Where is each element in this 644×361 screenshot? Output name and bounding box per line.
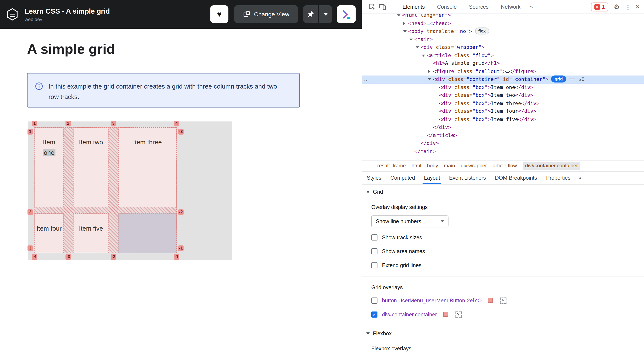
disclosure-right-icon[interactable]	[428, 67, 433, 76]
sidebar-more-tabs-button[interactable]: »	[575, 175, 584, 181]
code-token: class=	[445, 76, 466, 82]
dom-tree-row[interactable]: <div class="box">Item five</div>	[362, 115, 644, 124]
change-view-button[interactable]: Change View	[234, 5, 298, 23]
kebab-menu-icon[interactable]: ⋮	[625, 3, 631, 10]
dom-tree-row[interactable]: …<div class="container" id="container">g…	[362, 76, 644, 84]
dom-tree-row[interactable]: <figure class="callout">…</figure>	[362, 67, 644, 76]
disclosure-down-icon[interactable]	[416, 43, 420, 52]
breadcrumb-overflow-end[interactable]: …	[585, 163, 590, 169]
dom-tree-row[interactable]: <html lang="en">	[362, 14, 644, 19]
dom-tree-row[interactable]: <main>	[362, 35, 644, 43]
grid-section-header[interactable]: Grid	[362, 185, 644, 197]
code-token: "container"	[466, 76, 500, 82]
dom-tree-row[interactable]: </article>	[362, 131, 644, 139]
code-token: <figure	[433, 68, 454, 74]
dom-tree-row[interactable]: <div class="wrapper">	[362, 43, 644, 52]
disclosure-down-icon[interactable]	[422, 52, 427, 60]
settings-gear-icon[interactable]: ⚙	[614, 3, 620, 11]
disclosure-right-icon[interactable]	[404, 19, 408, 27]
dom-tree-row[interactable]: <h1>A simple grid</h1>	[362, 59, 644, 67]
sidebar-tab-properties[interactable]: Properties	[542, 172, 575, 184]
pin-icon	[307, 10, 314, 18]
grid-line-badge: 2	[28, 209, 33, 215]
dom-tree-row[interactable]: <body translate="no">flex	[362, 27, 644, 35]
dom-tree-row[interactable]: <div class="box">Item one</div>	[362, 83, 644, 91]
more-tabs-button[interactable]: »	[527, 3, 536, 10]
breadcrumb-item[interactable]: body	[427, 163, 438, 169]
error-counter-button[interactable]: × 1	[591, 2, 608, 11]
dom-tree-row[interactable]: </div>	[362, 139, 644, 148]
dom-tree-row[interactable]: <div class="box">Item four</div>	[362, 107, 644, 115]
breadcrumb-item[interactable]: html	[412, 163, 421, 169]
like-button[interactable]: ♥	[210, 5, 228, 23]
callout-text: In this example the grid container creat…	[48, 81, 289, 107]
sidebar-tab-event-listeners[interactable]: Event Listeners	[445, 172, 490, 184]
overlay-node-label[interactable]: div#container.container	[382, 311, 437, 318]
dom-tree-row[interactable]: <article class="flow">	[362, 52, 644, 60]
checkbox[interactable]	[371, 262, 378, 268]
breadcrumb-item[interactable]: main	[444, 163, 455, 169]
breadcrumb-overflow[interactable]: …	[366, 163, 372, 169]
disclosure-down-icon[interactable]	[404, 27, 408, 35]
devtools-tab-console[interactable]: Console	[431, 0, 463, 13]
pin-button[interactable]	[303, 5, 318, 23]
code-token: class=	[433, 44, 454, 50]
code-token: Item three	[491, 100, 521, 106]
code-token: id=	[500, 76, 512, 82]
checkbox[interactable]	[371, 297, 378, 304]
breadcrumb-item[interactable]: result-iframe	[377, 163, 406, 169]
inspect-element-icon[interactable]	[366, 1, 377, 12]
overlay-color-swatch[interactable]	[443, 312, 448, 317]
setting-row: Extend grid lines	[371, 261, 644, 269]
disclosure-down-icon[interactable]	[428, 76, 433, 84]
breadcrumb: … result-iframehtmlbodymaindiv.wrapperar…	[362, 160, 644, 171]
dom-tree-row[interactable]: </main>	[362, 148, 644, 156]
show-overlay-icon[interactable]	[500, 297, 506, 304]
code-token: </head>	[430, 20, 451, 26]
pin-dropdown-button[interactable]	[319, 5, 332, 23]
overlay-node-label[interactable]: button.UserMenu_userMenuButton-2eiYO	[382, 297, 482, 304]
gradient-app-button[interactable]	[337, 5, 356, 23]
grid-badge[interactable]: grid	[551, 76, 566, 83]
devtools-tab-elements[interactable]: Elements	[396, 0, 431, 13]
close-icon[interactable]: ×	[635, 2, 640, 11]
row-more-icon[interactable]: …	[364, 76, 370, 84]
code-token: </div>	[515, 92, 533, 98]
breadcrumb-item[interactable]: div.wrapper	[461, 163, 487, 169]
code-token: <main>	[414, 36, 433, 42]
line-numbers-dropdown[interactable]: Show line numbers	[371, 216, 448, 227]
collapse-arrow-icon	[366, 191, 370, 193]
code-token: <div	[439, 92, 451, 98]
show-overlay-icon[interactable]	[455, 311, 462, 318]
checkbox[interactable]: ✓	[371, 311, 378, 318]
code-token: "callout"	[476, 68, 503, 74]
device-toolbar-icon[interactable]	[377, 1, 388, 12]
sidebar-tab-computed[interactable]: Computed	[386, 172, 419, 184]
flexbox-section-header[interactable]: Flexbox	[362, 326, 644, 338]
webdev-logo-icon[interactable]	[5, 7, 19, 21]
devtools-tab-network[interactable]: Network	[495, 0, 527, 13]
checkbox[interactable]	[371, 248, 378, 254]
breadcrumb-item[interactable]: article.flow	[493, 163, 517, 169]
overlay-color-swatch[interactable]	[488, 298, 493, 303]
breadcrumb-items: result-iframehtmlbodymaindiv.wrapperarti…	[372, 162, 580, 170]
grid-line-badge: 3	[111, 121, 116, 126]
disclosure-down-icon[interactable]	[410, 35, 414, 43]
grid-line-badge: -4	[32, 254, 37, 260]
breadcrumb-item[interactable]: div#container.container	[523, 162, 580, 170]
sidebar-tab-styles[interactable]: Styles	[362, 172, 386, 184]
toolbar-divider	[392, 3, 392, 11]
dom-tree-row[interactable]: <div class="box">Item two</div>	[362, 91, 644, 100]
dom-tree-row[interactable]: </div>	[362, 124, 644, 132]
dom-tree-row[interactable]: <div class="box">Item three</div>	[362, 100, 644, 108]
sidebar-tab-dom-breakpoints[interactable]: DOM Breakpoints	[490, 172, 542, 184]
devtools-tab-sources[interactable]: Sources	[463, 0, 495, 13]
flex-badge[interactable]: flex	[475, 27, 489, 34]
checkbox[interactable]	[371, 234, 378, 240]
code-token: </div>	[521, 100, 540, 106]
sidebar-tab-layout[interactable]: Layout	[420, 172, 445, 184]
dom-tree-row[interactable]: <head>…</head>	[362, 19, 644, 27]
code-token: <head>	[408, 20, 426, 26]
disclosure-down-icon[interactable]	[397, 14, 402, 19]
heart-icon: ♥	[217, 9, 222, 18]
